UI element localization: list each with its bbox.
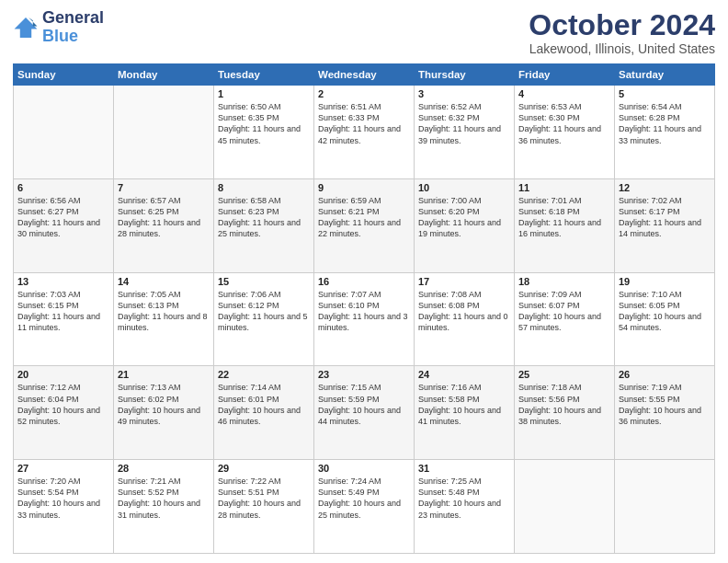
day-number: 17 [418, 276, 510, 287]
calendar-week-3: 13Sunrise: 7:03 AM Sunset: 6:15 PM Dayli… [14, 272, 715, 366]
calendar-week-2: 6Sunrise: 6:56 AM Sunset: 6:27 PM Daylig… [14, 178, 715, 272]
cell-sun-info: Sunrise: 7:21 AM Sunset: 5:52 PM Dayligh… [118, 476, 210, 521]
calendar-cell: 28Sunrise: 7:21 AM Sunset: 5:52 PM Dayli… [114, 460, 214, 554]
calendar-cell: 4Sunrise: 6:53 AM Sunset: 6:30 PM Daylig… [515, 86, 615, 179]
calendar-cell: 16Sunrise: 7:07 AM Sunset: 6:10 PM Dayli… [314, 272, 415, 366]
day-number: 2 [318, 88, 410, 99]
calendar-week-1: 1Sunrise: 6:50 AM Sunset: 6:35 PM Daylig… [14, 86, 715, 179]
day-number: 3 [418, 88, 510, 99]
day-number: 25 [518, 369, 610, 380]
cell-sun-info: Sunrise: 6:52 AM Sunset: 6:32 PM Dayligh… [418, 101, 510, 146]
weekday-header-thursday: Thursday [415, 64, 515, 86]
calendar-cell: 25Sunrise: 7:18 AM Sunset: 5:56 PM Dayli… [515, 366, 615, 460]
day-number: 12 [619, 182, 711, 193]
calendar-cell: 3Sunrise: 6:52 AM Sunset: 6:32 PM Daylig… [415, 86, 515, 179]
cell-sun-info: Sunrise: 7:02 AM Sunset: 6:17 PM Dayligh… [619, 195, 711, 240]
day-number: 1 [218, 88, 310, 99]
cell-sun-info: Sunrise: 7:06 AM Sunset: 6:12 PM Dayligh… [218, 289, 310, 334]
day-number: 11 [518, 182, 610, 193]
day-number: 18 [518, 276, 610, 287]
weekday-row: SundayMondayTuesdayWednesdayThursdayFrid… [14, 64, 715, 86]
day-number: 13 [17, 276, 109, 287]
cell-sun-info: Sunrise: 7:24 AM Sunset: 5:49 PM Dayligh… [318, 476, 410, 521]
day-number: 27 [17, 463, 109, 474]
calendar-cell: 29Sunrise: 7:22 AM Sunset: 5:51 PM Dayli… [214, 460, 314, 554]
cell-sun-info: Sunrise: 6:50 AM Sunset: 6:35 PM Dayligh… [218, 101, 310, 146]
day-number: 14 [118, 276, 210, 287]
calendar-cell [114, 86, 214, 179]
day-number: 15 [218, 276, 310, 287]
weekday-header-tuesday: Tuesday [214, 64, 314, 86]
calendar-cell: 11Sunrise: 7:01 AM Sunset: 6:18 PM Dayli… [515, 178, 615, 272]
cell-sun-info: Sunrise: 7:19 AM Sunset: 5:55 PM Dayligh… [619, 382, 711, 427]
day-number: 9 [318, 182, 410, 193]
cell-sun-info: Sunrise: 7:14 AM Sunset: 6:01 PM Dayligh… [218, 382, 310, 427]
calendar-cell: 9Sunrise: 6:59 AM Sunset: 6:21 PM Daylig… [314, 178, 415, 272]
calendar-cell [14, 86, 114, 179]
weekday-header-friday: Friday [515, 64, 615, 86]
title-block: October 2024 Lakewood, Illinois, United … [529, 9, 715, 56]
calendar-cell: 19Sunrise: 7:10 AM Sunset: 6:05 PM Dayli… [615, 272, 715, 366]
page: General Blue October 2024 Lakewood, Illi… [0, 0, 728, 563]
calendar-cell: 24Sunrise: 7:16 AM Sunset: 5:58 PM Dayli… [415, 366, 515, 460]
cell-sun-info: Sunrise: 7:00 AM Sunset: 6:20 PM Dayligh… [418, 195, 510, 240]
day-number: 28 [118, 463, 210, 474]
calendar-cell: 27Sunrise: 7:20 AM Sunset: 5:54 PM Dayli… [14, 460, 114, 554]
calendar-cell: 20Sunrise: 7:12 AM Sunset: 6:04 PM Dayli… [14, 366, 114, 460]
day-number: 31 [418, 463, 510, 474]
calendar-cell: 6Sunrise: 6:56 AM Sunset: 6:27 PM Daylig… [14, 178, 114, 272]
calendar-cell: 26Sunrise: 7:19 AM Sunset: 5:55 PM Dayli… [615, 366, 715, 460]
cell-sun-info: Sunrise: 7:18 AM Sunset: 5:56 PM Dayligh… [518, 382, 610, 427]
cell-sun-info: Sunrise: 7:03 AM Sunset: 6:15 PM Dayligh… [17, 289, 109, 334]
day-number: 16 [318, 276, 410, 287]
calendar-cell: 18Sunrise: 7:09 AM Sunset: 6:07 PM Dayli… [515, 272, 615, 366]
calendar-cell [515, 460, 615, 554]
calendar-cell: 13Sunrise: 7:03 AM Sunset: 6:15 PM Dayli… [14, 272, 114, 366]
calendar-cell: 12Sunrise: 7:02 AM Sunset: 6:17 PM Dayli… [615, 178, 715, 272]
cell-sun-info: Sunrise: 6:58 AM Sunset: 6:23 PM Dayligh… [218, 195, 310, 240]
calendar-cell [615, 460, 715, 554]
day-number: 24 [418, 369, 510, 380]
weekday-header-sunday: Sunday [14, 64, 114, 86]
day-number: 4 [518, 88, 610, 99]
weekday-header-monday: Monday [114, 64, 214, 86]
cell-sun-info: Sunrise: 7:12 AM Sunset: 6:04 PM Dayligh… [17, 382, 109, 427]
cell-sun-info: Sunrise: 7:10 AM Sunset: 6:05 PM Dayligh… [619, 289, 711, 334]
calendar-cell: 17Sunrise: 7:08 AM Sunset: 6:08 PM Dayli… [415, 272, 515, 366]
calendar-table: SundayMondayTuesdayWednesdayThursdayFrid… [13, 63, 715, 554]
cell-sun-info: Sunrise: 7:16 AM Sunset: 5:58 PM Dayligh… [418, 382, 510, 427]
day-number: 10 [418, 182, 510, 193]
day-number: 21 [118, 369, 210, 380]
calendar-cell: 31Sunrise: 7:25 AM Sunset: 5:48 PM Dayli… [415, 460, 515, 554]
day-number: 8 [218, 182, 310, 193]
cell-sun-info: Sunrise: 7:22 AM Sunset: 5:51 PM Dayligh… [218, 476, 310, 521]
day-number: 29 [218, 463, 310, 474]
calendar-body: 1Sunrise: 6:50 AM Sunset: 6:35 PM Daylig… [14, 86, 715, 554]
calendar-cell: 5Sunrise: 6:54 AM Sunset: 6:28 PM Daylig… [615, 86, 715, 179]
calendar-cell: 21Sunrise: 7:13 AM Sunset: 6:02 PM Dayli… [114, 366, 214, 460]
cell-sun-info: Sunrise: 7:13 AM Sunset: 6:02 PM Dayligh… [118, 382, 210, 427]
svg-marker-0 [15, 17, 38, 38]
calendar-cell: 30Sunrise: 7:24 AM Sunset: 5:49 PM Dayli… [314, 460, 415, 554]
cell-sun-info: Sunrise: 6:54 AM Sunset: 6:28 PM Dayligh… [619, 101, 711, 146]
cell-sun-info: Sunrise: 6:56 AM Sunset: 6:27 PM Dayligh… [17, 195, 109, 240]
calendar-week-5: 27Sunrise: 7:20 AM Sunset: 5:54 PM Dayli… [14, 460, 715, 554]
day-number: 6 [17, 182, 109, 193]
cell-sun-info: Sunrise: 7:01 AM Sunset: 6:18 PM Dayligh… [518, 195, 610, 240]
calendar-cell: 14Sunrise: 7:05 AM Sunset: 6:13 PM Dayli… [114, 272, 214, 366]
calendar-cell: 23Sunrise: 7:15 AM Sunset: 5:59 PM Dayli… [314, 366, 415, 460]
calendar-cell: 7Sunrise: 6:57 AM Sunset: 6:25 PM Daylig… [114, 178, 214, 272]
day-number: 23 [318, 369, 410, 380]
weekday-header-wednesday: Wednesday [314, 64, 415, 86]
day-number: 19 [619, 276, 711, 287]
cell-sun-info: Sunrise: 6:51 AM Sunset: 6:33 PM Dayligh… [318, 101, 410, 146]
calendar-cell: 8Sunrise: 6:58 AM Sunset: 6:23 PM Daylig… [214, 178, 314, 272]
calendar-cell: 1Sunrise: 6:50 AM Sunset: 6:35 PM Daylig… [214, 86, 314, 179]
day-number: 30 [318, 463, 410, 474]
cell-sun-info: Sunrise: 7:25 AM Sunset: 5:48 PM Dayligh… [418, 476, 510, 521]
calendar-cell: 22Sunrise: 7:14 AM Sunset: 6:01 PM Dayli… [214, 366, 314, 460]
calendar-week-4: 20Sunrise: 7:12 AM Sunset: 6:04 PM Dayli… [14, 366, 715, 460]
day-number: 5 [619, 88, 711, 99]
location-subtitle: Lakewood, Illinois, United States [529, 41, 715, 56]
cell-sun-info: Sunrise: 7:15 AM Sunset: 5:59 PM Dayligh… [318, 382, 410, 427]
